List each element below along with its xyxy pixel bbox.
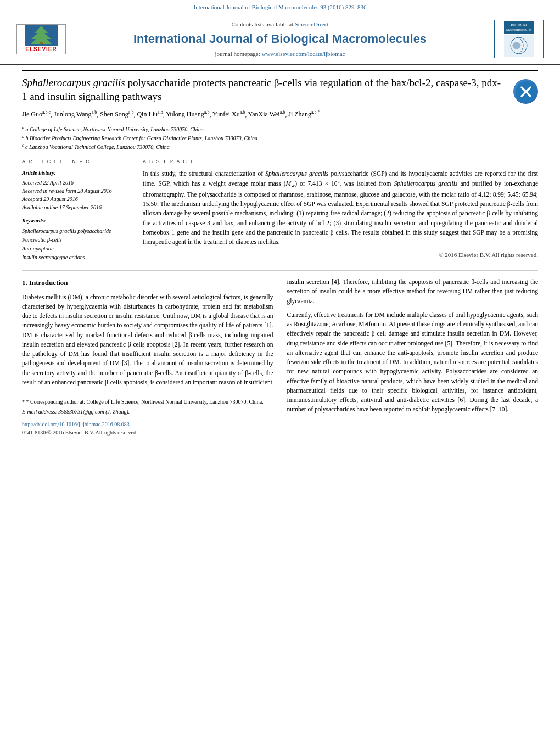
- keywords-title: Keywords:: [22, 217, 132, 225]
- affiliation-b: b b Bioactive Products Engineering Resea…: [22, 133, 538, 142]
- available-date: Available online 17 September 2016: [22, 203, 132, 211]
- elsevier-logo: ELSEVIER: [16, 24, 66, 54]
- journal-title: International Journal of Biological Macr…: [77, 31, 483, 48]
- crossmark-svg: [515, 81, 537, 103]
- article-title: Sphallerocarpus gracilis polysaccharide …: [22, 76, 513, 103]
- journal-logo-box: Biological Macromolecules: [494, 20, 544, 58]
- journal-header: ELSEVIER Contents lists available at Sci…: [0, 14, 560, 65]
- contents-line: Contents lists available at ScienceDirec…: [77, 20, 483, 29]
- journal-right-image: [504, 35, 534, 57]
- article-history: Article history: Received 22 April 2016 …: [22, 169, 132, 211]
- introduction-heading: 1. Introduction: [22, 277, 273, 288]
- abstract-text: In this study, the structural characteri…: [143, 169, 538, 247]
- authors-line: Jie Guoa,b,c, Junlong Wanga,b, Shen Song…: [22, 109, 538, 120]
- keywords-list: Sphallerocarpus gracilis polysaccharide …: [22, 227, 132, 262]
- doi-section: http://dx.doi.org/10.1016/j.ijbiomac.201…: [22, 420, 273, 437]
- intro-paragraph-3: Currently, effective treatments for DM i…: [287, 310, 539, 415]
- issn-line: 0141-8130/© 2016 Elsevier B.V. All right…: [22, 428, 273, 437]
- journal-reference-text: International Journal of Biological Macr…: [194, 4, 367, 10]
- journal-header-center: Contents lists available at ScienceDirec…: [66, 20, 494, 59]
- history-title: Article history:: [22, 169, 132, 177]
- keywords-section: Keywords: Sphallerocarpus gracilis polys…: [22, 217, 132, 262]
- intro-paragraph-2: insulin secretion [4]. Therefore, inhibi…: [287, 277, 539, 306]
- article-info-label: A R T I C L E I N F O: [22, 158, 132, 165]
- elsevier-text: ELSEVIER: [25, 46, 57, 53]
- keyword-3: Anti-apoptotic: [22, 244, 132, 253]
- keyword-2: Pancreatic β-cells: [22, 236, 132, 244]
- accepted-date: Accepted 29 August 2016: [22, 195, 132, 203]
- received-date: Received 22 April 2016: [22, 178, 132, 187]
- journal-reference-bar: International Journal of Biological Macr…: [0, 0, 560, 14]
- journal-logo-inner: Biological Macromolecules: [504, 21, 534, 34]
- intro-paragraph-1: Diabetes mellitus (DM), a chronic metabo…: [22, 293, 273, 388]
- crossmark-logo[interactable]: [513, 79, 538, 104]
- footnote-email: E-mail address: 358836731@qq.com (J. Zha…: [22, 408, 273, 416]
- body-two-col: 1. Introduction Diabetes mellitus (DM), …: [22, 277, 538, 437]
- received-revised-date: Received in revised form 28 August 2016: [22, 187, 132, 195]
- body-right-col: insulin secretion [4]. Therefore, inhibi…: [287, 277, 539, 437]
- article-title-section: Sphallerocarpus gracilis polysaccharide …: [22, 70, 538, 104]
- sciencedirect-link[interactable]: ScienceDirect: [295, 21, 329, 27]
- abstract-italic-1: Sphallerocarpus gracilis: [265, 170, 328, 177]
- section-divider: [22, 270, 538, 271]
- affiliation-c: c c Lanzhou Vocational Technical College…: [22, 142, 538, 151]
- footnote-section: * * Corresponding author at: College of …: [22, 393, 273, 416]
- article-info-column: A R T I C L E I N F O Article history: R…: [22, 158, 132, 263]
- keyword-1: Sphallerocarpus gracilis polysaccharide: [22, 227, 132, 236]
- abstract-mw: M: [286, 180, 292, 187]
- page-body: Sphallerocarpus gracilis polysaccharide …: [0, 65, 560, 448]
- copyright-line: © 2016 Elsevier B.V. All rights reserved…: [143, 251, 538, 259]
- affiliation-a: a a College of Life Science, Northwest N…: [22, 125, 538, 133]
- article-title-italic: Sphallerocarpus gracilis: [22, 77, 125, 88]
- affiliations: a a College of Life Science, Northwest N…: [22, 125, 538, 152]
- abstract-column: A B S T R A C T In this study, the struc…: [143, 158, 538, 263]
- svg-rect-2: [40, 42, 43, 44]
- doi-link[interactable]: http://dx.doi.org/10.1016/j.ijbiomac.201…: [22, 420, 273, 428]
- abstract-italic-2: Sphallerocarpus gracilis: [394, 180, 458, 187]
- footnote-corresponding: * * Corresponding author at: College of …: [22, 398, 273, 406]
- elsevier-tree-svg: [25, 25, 58, 46]
- homepage-link[interactable]: www.elsevier.com/locate/ijbiomac: [261, 51, 345, 57]
- keyword-4: Insulin secretagogue actions: [22, 253, 132, 262]
- body-left-col: 1. Introduction Diabetes mellitus (DM), …: [22, 277, 273, 437]
- abstract-label: A B S T R A C T: [143, 158, 538, 165]
- homepage-line: journal homepage: www.elsevier.com/locat…: [77, 50, 483, 58]
- article-info-abstract-section: A R T I C L E I N F O Article history: R…: [22, 158, 538, 263]
